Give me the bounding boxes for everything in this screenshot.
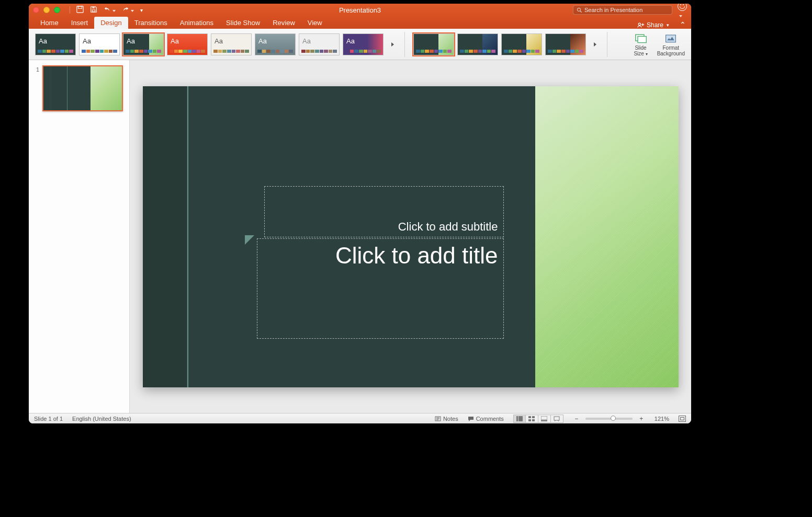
tab-insert[interactable]: Insert: [65, 17, 95, 29]
format-background-icon: [664, 32, 677, 44]
undo-icon[interactable]: [104, 6, 116, 15]
notes-button[interactable]: Notes: [435, 416, 458, 422]
close-window[interactable]: [33, 7, 39, 13]
powerpoint-window: ▾ Presentation3 Home Insert Design Trans…: [29, 4, 691, 423]
smile-icon: [678, 4, 687, 11]
qat-customize-icon[interactable]: ▾: [140, 7, 143, 13]
title-placeholder[interactable]: Click to add title: [257, 238, 504, 339]
theme-option-4[interactable]: Aa: [211, 33, 252, 55]
slide-thumbnail[interactable]: [42, 65, 123, 111]
variants-more-icon[interactable]: [591, 33, 599, 55]
tab-slideshow[interactable]: Slide Show: [220, 17, 266, 29]
theme-option-6[interactable]: Aa: [299, 33, 340, 55]
redo-icon[interactable]: [122, 6, 134, 15]
share-label: Share: [647, 21, 663, 29]
svg-rect-0: [77, 6, 83, 12]
search-icon: [577, 7, 582, 13]
titlebar: ▾ Presentation3: [29, 4, 691, 16]
theme-option-1[interactable]: Aa: [79, 33, 120, 55]
qat-separator: [70, 6, 70, 14]
svg-rect-2: [92, 9, 95, 12]
theme-option-5[interactable]: Aa: [255, 33, 296, 55]
variant-option-3[interactable]: [545, 33, 586, 55]
svg-rect-23: [541, 420, 547, 421]
customize-group: Slide Size ▾ Format Background: [634, 31, 685, 57]
ribbon-divider-2: [607, 32, 607, 57]
sorter-view-button[interactable]: [526, 415, 538, 423]
zoom-percent[interactable]: 121%: [655, 416, 669, 422]
feedback-button[interactable]: [678, 4, 687, 19]
variant-option-2[interactable]: [501, 33, 542, 55]
tab-design[interactable]: Design: [94, 17, 128, 29]
zoom-slider[interactable]: [585, 418, 633, 420]
zoom-window[interactable]: [54, 7, 60, 13]
slideshow-view-button[interactable]: [551, 415, 563, 423]
theme-option-3[interactable]: Aa: [167, 33, 208, 55]
svg-point-6: [638, 23, 640, 25]
slide-canvas[interactable]: Click to add subtitle Click to add title: [143, 86, 679, 387]
variants-gallery: [413, 33, 586, 55]
save-icon[interactable]: [90, 6, 97, 15]
subtitle-placeholder[interactable]: Click to add subtitle: [264, 186, 504, 237]
slide-triangle-accent: [245, 235, 254, 245]
format-background-label: Format Background: [657, 45, 685, 56]
slide-count[interactable]: Slide 1 of 1: [34, 416, 63, 422]
svg-rect-18: [528, 416, 531, 418]
reading-view-button[interactable]: [538, 415, 551, 423]
themes-more-icon[interactable]: [389, 33, 396, 55]
search-box[interactable]: [573, 5, 672, 15]
tab-transitions[interactable]: Transitions: [128, 17, 174, 29]
slide-size-label: Slide Size ▾: [634, 45, 647, 57]
svg-rect-3: [92, 6, 94, 8]
content-area: 1 Click to add subtitle Click to add tit…: [29, 60, 691, 413]
slide-size-button[interactable]: Slide Size ▾: [634, 31, 647, 57]
comments-button[interactable]: Comments: [468, 416, 504, 422]
minimize-window[interactable]: [43, 7, 50, 13]
slide-editor[interactable]: Click to add subtitle Click to add title: [130, 60, 691, 413]
svg-rect-22: [541, 416, 547, 420]
view-buttons: [513, 415, 563, 423]
window-controls: [33, 7, 60, 13]
notes-icon: [435, 416, 441, 422]
slide-thumbnail-1[interactable]: 1: [34, 65, 124, 111]
svg-rect-20: [528, 419, 531, 421]
zoom-out-button[interactable]: −: [573, 415, 580, 422]
normal-view-button[interactable]: [513, 415, 526, 423]
tab-animations[interactable]: Animations: [174, 17, 220, 29]
themes-gallery: AaAaAaAaAaAaAaAa: [35, 33, 384, 55]
variant-option-0[interactable]: [413, 33, 454, 55]
svg-rect-1: [78, 6, 82, 8]
svg-rect-21: [532, 419, 535, 421]
autosave-icon[interactable]: [76, 6, 84, 15]
slide-size-icon: [635, 32, 647, 44]
svg-point-4: [577, 8, 580, 11]
zoom-control: − +: [573, 415, 645, 422]
zoom-in-button[interactable]: +: [638, 415, 645, 422]
tab-view[interactable]: View: [301, 17, 329, 29]
collapse-ribbon-icon[interactable]: ⌃: [680, 20, 686, 29]
slide-right-panel: [535, 86, 679, 387]
zoom-knob[interactable]: [611, 416, 616, 421]
ribbon-divider: [404, 32, 405, 57]
svg-rect-10: [638, 37, 646, 43]
quick-access-toolbar: ▾: [70, 6, 143, 15]
tab-review[interactable]: Review: [266, 17, 301, 29]
slide-panel[interactable]: 1: [29, 60, 130, 413]
slide-number: 1: [34, 65, 39, 111]
share-icon: [637, 21, 645, 29]
theme-option-7[interactable]: Aa: [343, 33, 384, 55]
share-button[interactable]: Share ▾: [633, 21, 673, 29]
format-background-button[interactable]: Format Background: [657, 31, 685, 56]
fit-to-window-button[interactable]: [679, 416, 686, 422]
slide-vertical-line: [187, 86, 188, 387]
theme-option-2[interactable]: Aa: [123, 33, 164, 55]
language-status[interactable]: English (United States): [72, 416, 131, 422]
svg-rect-24: [554, 417, 559, 420]
variant-option-1[interactable]: [457, 33, 498, 55]
search-input[interactable]: [584, 7, 669, 13]
theme-option-0[interactable]: Aa: [35, 33, 76, 55]
status-bar: Slide 1 of 1 English (United States) Not…: [29, 413, 691, 423]
svg-rect-19: [532, 416, 535, 418]
slide-left-strip: [143, 86, 186, 387]
tab-home[interactable]: Home: [34, 17, 65, 29]
